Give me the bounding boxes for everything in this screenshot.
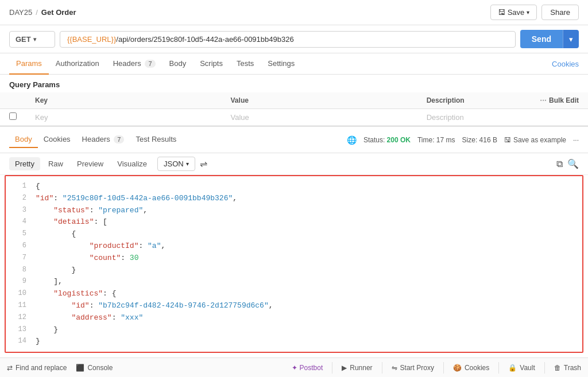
col-value-header: Value	[222, 92, 417, 109]
code-line-4: 4 "details": [	[6, 216, 582, 228]
tab-authorization[interactable]: Authorization	[49, 53, 106, 75]
save-icon: 🖫	[498, 8, 505, 17]
breadcrumb: DAY25 / Get Order	[9, 8, 76, 17]
code-line-12: 12 "address": "xxx"	[6, 312, 582, 324]
time-label: Time: 17 ms	[417, 136, 455, 144]
response-tabs: Body Cookies Headers 7 Test Results	[9, 131, 182, 148]
col-desc-header: Description ··· Bulk Edit	[417, 92, 588, 109]
more-options-icon[interactable]: ···	[573, 136, 579, 144]
tab-scripts[interactable]: Scripts	[193, 53, 230, 75]
tab-settings[interactable]: Settings	[261, 53, 301, 75]
code-toolbar: Pretty Raw Preview Visualize JSON ▾ ⇌ ⧉ …	[0, 153, 588, 175]
code-line-6: 6 "productId": "a",	[6, 240, 582, 252]
url-path: /api/orders/2519c80f-10d5-442a-ae66-0091…	[116, 35, 293, 44]
size-label: Size: 416 B	[462, 136, 497, 144]
postbot-button[interactable]: ✦ Postbot	[292, 364, 323, 372]
console-button[interactable]: ⬛ Console	[76, 364, 113, 372]
request-tabs: Params Authorization Headers 7 Body Scri…	[0, 53, 588, 75]
desc-placeholder: Description	[427, 113, 464, 122]
chevron-down-icon: ▾	[186, 161, 189, 167]
runner-button[interactable]: ▶ Runner	[342, 364, 372, 372]
format-tab-visualize[interactable]: Visualize	[111, 157, 153, 170]
key-placeholder: Key	[35, 113, 48, 122]
app-header: DAY25 / Get Order 🖫 Save ▾ Share	[0, 0, 588, 25]
code-line-5: 5 {	[6, 228, 582, 240]
workspace-label: DAY25	[9, 8, 32, 17]
find-replace-button[interactable]: ⇄ Find and replace	[7, 364, 67, 372]
header-actions: 🖫 Save ▾ Share	[490, 5, 579, 20]
search-button[interactable]: 🔍	[567, 158, 579, 169]
cookies-icon: 🍪	[453, 364, 462, 372]
code-line-8: 8 }	[6, 265, 582, 277]
send-dropdown-button[interactable]: ▾	[563, 30, 579, 48]
format-tab-pretty[interactable]: Pretty	[9, 157, 40, 170]
share-button[interactable]: Share	[541, 5, 579, 20]
runner-icon: ▶	[342, 364, 347, 372]
format-tab-preview[interactable]: Preview	[71, 157, 109, 170]
table-row: Key Value Description	[0, 109, 588, 126]
format-select[interactable]: JSON ▾	[157, 157, 195, 171]
tab-params[interactable]: Params	[9, 53, 49, 75]
code-line-11: 11 "id": "b7b2c94f-d482-424b-9746-2d1277…	[6, 300, 582, 312]
params-table: Key Value Description ··· Bulk Edit Key …	[0, 92, 588, 126]
url-base: {{BASE_URL}}	[67, 35, 116, 44]
resp-tab-headers[interactable]: Headers 7	[76, 131, 130, 148]
query-params-title: Query Params	[0, 75, 588, 92]
resp-tab-body[interactable]: Body	[9, 131, 38, 148]
code-line-2: 2 "id": "2519c80f-10d5-442a-ae66-0091bb4…	[6, 193, 582, 205]
postbot-icon: ✦	[292, 364, 297, 372]
trash-button[interactable]: 🗑 Trash	[554, 364, 581, 372]
tab-body[interactable]: Body	[163, 53, 194, 75]
code-line-14: 14 }	[6, 336, 582, 348]
filter-icon[interactable]: ⇌	[200, 158, 207, 169]
console-icon: ⬛	[76, 364, 84, 372]
time-value: 17 ms	[436, 136, 455, 144]
response-header: Body Cookies Headers 7 Test Results 🌐 St…	[0, 126, 588, 153]
save-button[interactable]: 🖫 Save ▾	[490, 5, 537, 20]
status-value: 200 OK	[387, 136, 411, 144]
url-input[interactable]: {{BASE_URL}} /api/orders/2519c80f-10d5-4…	[60, 31, 516, 48]
bottom-bar: ⇄ Find and replace ⬛ Console ✦ Postbot ▶…	[0, 357, 588, 377]
url-bar: GET ▾ {{BASE_URL}} /api/orders/2519c80f-…	[0, 25, 588, 53]
vault-button[interactable]: 🔒 Vault	[508, 364, 535, 372]
vault-icon: 🔒	[508, 364, 517, 372]
resp-tab-cookies[interactable]: Cookies	[38, 131, 76, 148]
code-actions: ⧉ 🔍	[556, 158, 579, 169]
code-line-10: 10 "logistics": {	[6, 288, 582, 300]
col-key-header: Key	[26, 92, 222, 109]
size-value: 416 B	[479, 136, 497, 144]
proxy-icon: ⇋	[392, 364, 397, 372]
breadcrumb-separator: /	[36, 8, 38, 17]
format-tab-raw[interactable]: Raw	[42, 157, 69, 170]
cookies-link[interactable]: Cookies	[552, 60, 579, 68]
value-placeholder: Value	[231, 113, 249, 122]
send-button[interactable]: Send	[520, 30, 563, 48]
resp-tab-test-results[interactable]: Test Results	[130, 131, 182, 148]
cookies-button[interactable]: 🍪 Cookies	[453, 364, 489, 372]
chevron-down-icon: ▾	[527, 9, 529, 15]
tab-tests[interactable]: Tests	[230, 53, 261, 75]
copy-button[interactable]: ⧉	[556, 159, 563, 169]
tab-headers[interactable]: Headers 7	[106, 53, 163, 75]
code-line-9: 9 ],	[6, 276, 582, 288]
response-meta: 🌐 Status: 200 OK Time: 17 ms Size: 416 B…	[347, 135, 579, 145]
save-example-icon: 🖫	[504, 136, 511, 144]
code-line-13: 13 }	[6, 324, 582, 336]
row-checkbox[interactable]	[9, 112, 17, 120]
send-button-group: Send ▾	[520, 30, 579, 48]
response-code-block: 1 { 2 "id": "2519c80f-10d5-442a-ae66-009…	[5, 175, 583, 353]
code-line-7: 7 "count": 30	[6, 252, 582, 265]
save-example-button[interactable]: 🖫 Save as example	[504, 136, 566, 144]
globe-icon: 🌐	[347, 135, 357, 145]
chevron-down-icon: ▾	[33, 36, 36, 42]
more-icon: ···	[540, 96, 547, 105]
trash-icon: 🗑	[554, 364, 561, 372]
page-title: Get Order	[41, 8, 76, 17]
bulk-edit-button[interactable]: Bulk Edit	[549, 96, 579, 104]
code-line-3: 3 "status": "prepared",	[6, 205, 582, 217]
code-line-1: 1 {	[6, 181, 582, 193]
status-label: Status: 200 OK	[363, 136, 411, 144]
start-proxy-button[interactable]: ⇋ Start Proxy	[392, 364, 434, 372]
method-select[interactable]: GET ▾	[9, 31, 55, 48]
find-replace-icon: ⇄	[7, 364, 13, 372]
